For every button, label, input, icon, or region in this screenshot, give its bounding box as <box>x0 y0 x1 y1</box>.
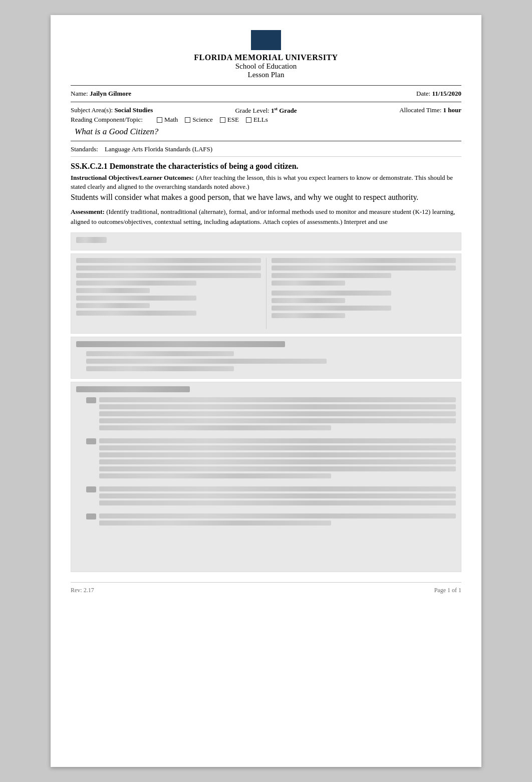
footer-left: Rev: 2.17 <box>71 587 94 594</box>
assessment-section: Assessment: (Identify traditional, nontr… <box>71 207 461 226</box>
science-label: Science <box>192 116 212 124</box>
subject-label: Subject Area(s): <box>71 106 113 114</box>
name-field: Name: Jailyn Gilmore <box>71 90 131 98</box>
blurred-section-4 <box>71 382 461 572</box>
allocated-value: 1 hour <box>443 106 461 114</box>
ells-label: ELLs <box>253 116 268 124</box>
ese-checkbox-item: ESE <box>220 116 239 124</box>
header-divider <box>71 85 461 86</box>
page-footer: Rev: 2.17 Page 1 of 1 <box>71 582 461 594</box>
reading-label: Reading Component/Topic: <box>71 116 143 124</box>
blurred-col-right <box>266 258 456 329</box>
allocated-label: Allocated Time: <box>399 106 441 114</box>
standards-label: Standards: <box>71 145 98 153</box>
topic-field: What is a Good Citizen? <box>71 127 461 137</box>
name-value: Jailyn Gilmore <box>90 90 131 97</box>
assessment-label: Assessment: <box>71 208 105 215</box>
science-checkbox-item: Science <box>185 116 212 124</box>
objectives-statement: Students will consider what makes a good… <box>71 193 461 202</box>
blurred-section-1 <box>71 232 461 250</box>
ells-checkbox[interactable] <box>246 117 251 123</box>
blurred-section-2 <box>71 253 461 334</box>
topic-value: What is a Good Citizen? <box>75 127 158 136</box>
blurred-item-3 <box>86 486 456 508</box>
date-field: Date: 11/15/2020 <box>416 90 461 98</box>
blurred-item-4 <box>86 513 456 529</box>
objectives-label: Instructional Objectives/Learner Outcome… <box>71 174 194 181</box>
topic-divider <box>71 141 461 141</box>
math-checkbox[interactable] <box>157 117 162 123</box>
math-checkbox-item: Math <box>157 116 178 124</box>
checkbox-group: Math Science ESE ELLs <box>157 116 268 124</box>
university-name: FLORIDA MEMORIAL UNIVERSITY <box>71 53 461 62</box>
university-logo <box>251 30 281 50</box>
reading-row: Reading Component/Topic: Math Science ES… <box>71 116 461 124</box>
blurred-col-left <box>76 258 261 329</box>
subject-field: Subject Area(s): Social Studies <box>71 106 201 114</box>
blurred-item-1 <box>86 397 456 433</box>
grade-field: Grade Level: 1st Grade <box>201 106 331 115</box>
math-label: Math <box>164 116 178 124</box>
standards-row: Standards: Language Arts Florida Standar… <box>71 145 461 157</box>
date-value: 11/15/2020 <box>432 90 461 97</box>
lesson-plan-page: FLORIDA MEMORIAL UNIVERSITY School of Ed… <box>51 15 481 767</box>
science-checkbox[interactable] <box>185 117 190 123</box>
grade-label: Grade Level: <box>235 107 269 114</box>
name-date-row: Name: Jailyn Gilmore Date: 11/15/2020 <box>71 90 461 98</box>
blurred-item-2 <box>86 438 456 481</box>
document-header: FLORIDA MEMORIAL UNIVERSITY School of Ed… <box>71 30 461 79</box>
assessment-text: (Identify traditional, nontraditional (a… <box>71 208 455 225</box>
footer-right: Page 1 of 1 <box>434 587 461 594</box>
objectives-section: Instructional Objectives/Learner Outcome… <box>71 173 461 202</box>
standards-value: Language Arts Florida Standards (LAFS) <box>105 145 212 153</box>
name-divider <box>71 102 461 102</box>
subject-row: Subject Area(s): Social Studies Grade Le… <box>71 106 461 115</box>
blurred-section-3 <box>71 337 461 379</box>
document-type: Lesson Plan <box>71 71 461 79</box>
subject-value: Social Studies <box>114 106 153 114</box>
ese-checkbox[interactable] <box>220 117 225 123</box>
school-name: School of Education <box>71 62 461 71</box>
ese-label: ESE <box>227 116 239 124</box>
allocated-field: Allocated Time: 1 hour <box>331 106 461 114</box>
grade-value: 1st Grade <box>271 107 297 114</box>
ells-checkbox-item: ELLs <box>246 116 268 124</box>
standard-code: SS.K.C.2.1 Demonstrate the characteristi… <box>71 162 461 171</box>
